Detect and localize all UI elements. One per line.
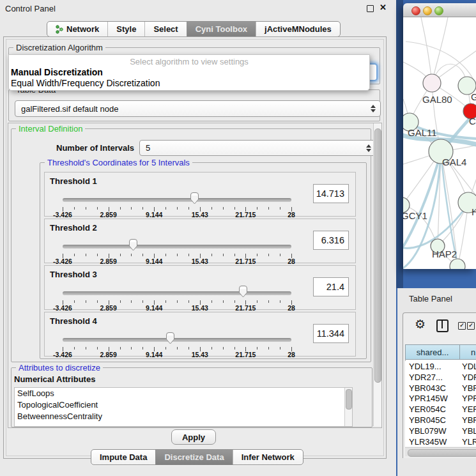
slider-tick	[131, 300, 132, 303]
slider-tick-label: 2.859	[100, 304, 116, 312]
tab-jactivemnodules[interactable]: jActiveMNodules	[256, 22, 340, 36]
control-panel-titlebar: Control Panel ✕	[0, 0, 396, 17]
table-horizontal-scrollbar-thumb[interactable]	[408, 449, 476, 457]
slider-tick	[257, 347, 257, 349]
attribute-list-item[interactable]: TopologicalCoefficient	[15, 399, 352, 411]
tab-select[interactable]: Select	[144, 22, 186, 36]
slider-tick-label: 21.715	[235, 351, 256, 358]
numerical-attributes-label: Numerical Attributes	[14, 374, 95, 384]
table-row[interactable]: YBL079WYBL0	[405, 426, 476, 436]
table-row[interactable]: YPR145WYPR1	[405, 393, 476, 404]
mac-zoom-button[interactable]	[434, 6, 443, 15]
algorithm-dropdown-popup: Select algorithm to view settings Manual…	[8, 54, 370, 91]
table-horizontal-scrollbar[interactable]	[405, 447, 476, 456]
table-row[interactable]: YDR27...YDR2	[405, 372, 476, 383]
slider-tick	[97, 207, 98, 210]
network-canvas[interactable]: GAL80GACGAL11GAL4GCY1HHAP2	[403, 17, 476, 269]
split-columns-icon[interactable]	[436, 319, 449, 332]
tab-label: Select	[153, 24, 178, 34]
attributes-list-scrollbar[interactable]	[344, 388, 352, 426]
threshold-value-field[interactable]: 14.713	[313, 184, 349, 203]
slider-tick	[211, 300, 212, 303]
mac-minimize-button[interactable]	[423, 6, 432, 15]
table-row[interactable]: YER054CYER0	[405, 404, 476, 415]
slider-track[interactable]	[63, 291, 291, 295]
slider-tick	[280, 347, 280, 349]
control-panel-tabs: NetworkStyleSelectCyni ToolboxjActiveMNo…	[47, 21, 341, 37]
table-row[interactable]: YDL19...YDL1	[405, 361, 476, 372]
float-window-icon[interactable]	[367, 5, 374, 12]
slider-tick	[165, 347, 166, 349]
settings-vertical-scrollbar-thumb[interactable]	[374, 128, 381, 383]
table-row[interactable]: YBR043CYBR0	[405, 383, 476, 394]
attributes-list-scrollbar-thumb[interactable]	[346, 389, 352, 410]
row-cell-shared-name: YDR27...	[409, 372, 443, 382]
table-row[interactable]: YLR345WYLR3	[405, 436, 476, 447]
tab-discretize-data[interactable]: Discretize Data	[155, 450, 232, 464]
checked-checkbox-icon[interactable]: ✓	[458, 322, 466, 330]
slider-thumb[interactable]	[238, 286, 248, 298]
attribute-list-item[interactable]: BetweennessCentrality	[15, 411, 352, 422]
slider-tick	[223, 300, 224, 303]
threshold-slider[interactable]: -3.4262.8599.14415.4321.71528	[63, 329, 291, 355]
threshold-slider[interactable]: -3.4262.8599.14415.4321.71528	[63, 236, 291, 261]
slider-track[interactable]	[63, 245, 291, 249]
network-node-GAL80[interactable]	[423, 74, 441, 92]
tab-network[interactable]: Network	[47, 22, 107, 36]
threshold-panel: Threshold 2-3.4262.8599.14415.4321.71528…	[44, 219, 356, 263]
slider-thumb[interactable]	[165, 332, 175, 345]
threshold-panel: Threshold 4-3.4262.8599.14415.4321.71528…	[44, 312, 356, 357]
settings-vertical-scrollbar[interactable]	[373, 123, 381, 426]
tab-label: Cyni Toolbox	[196, 24, 247, 34]
slider-tick-label: -3.426	[53, 211, 72, 219]
threshold-slider[interactable]: -3.4262.8599.14415.4321.71528	[63, 282, 291, 308]
row-cell-name: YDL1	[462, 362, 476, 371]
threshold-value-field[interactable]: 6.316	[313, 231, 349, 250]
tab-cyni-toolbox[interactable]: Cyni Toolbox	[187, 22, 256, 36]
numerical-attributes-list[interactable]: SelfLoopsTopologicalCoefficientBetweenne…	[14, 387, 353, 427]
tab-label: Network	[66, 24, 99, 34]
threshold-slider[interactable]: -3.4262.8599.14415.4321.71528	[63, 189, 291, 215]
network-node-label: GCY1	[403, 210, 427, 221]
column-header-2[interactable]: n	[460, 344, 476, 360]
algorithm-option[interactable]: Equal Width/Frequency Discretization	[11, 78, 160, 88]
algorithm-option[interactable]: Manual Discretization	[11, 67, 103, 77]
gear-icon[interactable]: ⚙	[415, 318, 426, 332]
threshold-value-field[interactable]: 21.4	[313, 277, 349, 296]
row-cell-name: YDR2	[462, 372, 476, 382]
tab-infer-network[interactable]: Infer Network	[233, 450, 303, 464]
row-cell-name: YER0	[462, 404, 476, 414]
mac-close-button[interactable]	[411, 6, 420, 15]
slider-thumb[interactable]	[128, 239, 138, 252]
tab-label: Style	[116, 24, 136, 34]
row-cell-shared-name: YBL079W	[409, 426, 447, 436]
tab-impute-data[interactable]: Impute Data	[91, 450, 155, 464]
close-icon[interactable]: ✕	[380, 3, 387, 12]
apply-button-label: Apply	[182, 433, 205, 442]
slider-tick-label: 15.43	[192, 351, 208, 358]
table-data-combobox[interactable]: galFiltered.sif default node	[15, 100, 381, 117]
row-cell-shared-name: YPR145W	[409, 394, 448, 403]
table-panel-toolbar: ⚙ ✓ ✓	[403, 318, 476, 334]
slider-tick	[223, 207, 224, 210]
threshold-value-field[interactable]: 11.344	[313, 324, 349, 343]
attribute-list-item[interactable]: SelfLoops	[15, 388, 352, 399]
slider-tick	[86, 300, 86, 303]
checked-checkbox-icon[interactable]: ✓	[467, 322, 475, 330]
slider-tick	[280, 254, 280, 256]
slider-tick	[165, 300, 166, 303]
row-cell-name: YBR0	[462, 383, 476, 393]
network-icon	[56, 25, 63, 34]
slider-track[interactable]	[63, 198, 291, 202]
network-node-bottom-node[interactable]	[450, 259, 465, 269]
tab-style[interactable]: Style	[107, 22, 144, 36]
slider-thumb[interactable]	[190, 192, 199, 205]
column-header-1[interactable]: shared...	[405, 344, 460, 360]
apply-button[interactable]: Apply	[171, 429, 216, 445]
table-row[interactable]: YBR045CYBR0	[405, 415, 476, 426]
network-window-titlebar[interactable]	[403, 3, 476, 17]
row-cell-name: YBL0	[462, 426, 476, 436]
interval-definition-group: Interval Definition Number of Intervals …	[11, 128, 371, 362]
number-of-intervals-combobox[interactable]: 5	[139, 140, 376, 156]
slider-track[interactable]	[63, 338, 291, 342]
